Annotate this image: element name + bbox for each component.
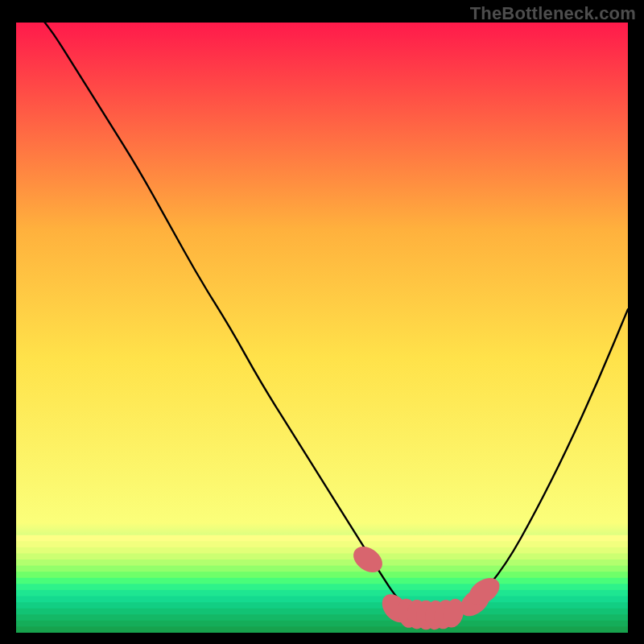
- band-stripe: [16, 541, 628, 547]
- band-stripe: [16, 553, 628, 559]
- band-stripe: [16, 572, 628, 578]
- band-stripe: [16, 614, 628, 621]
- band-stripe: [16, 547, 628, 554]
- band-stripe: [16, 584, 628, 590]
- band-stripe: [16, 602, 628, 609]
- band-stripe: [16, 597, 628, 603]
- plot-area: [16, 23, 628, 633]
- band-stripe: [16, 578, 628, 584]
- bottleneck-chart: [16, 23, 628, 633]
- band-stripe: [16, 566, 628, 572]
- chart-frame: TheBottleneck.com: [0, 0, 644, 644]
- band-stripe: [16, 559, 628, 566]
- band-stripe: [16, 609, 628, 615]
- band-stripe: [16, 621, 628, 627]
- watermark-text: TheBottleneck.com: [470, 3, 636, 24]
- band-stripe: [16, 626, 628, 633]
- band-stripe: [16, 535, 628, 542]
- band-stripe: [16, 590, 628, 597]
